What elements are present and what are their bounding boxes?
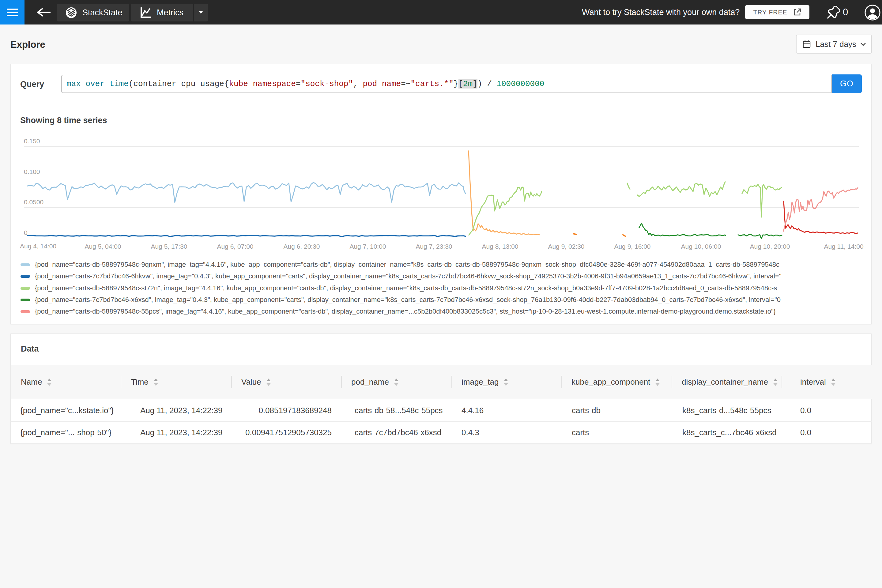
svg-text:0.0500: 0.0500 <box>24 198 44 206</box>
svg-text:0.150: 0.150 <box>24 138 40 144</box>
svg-text:Aug 4, 14:00: Aug 4, 14:00 <box>20 243 56 250</box>
svg-text:Aug 10, 20:00: Aug 10, 20:00 <box>750 243 790 250</box>
svg-text:Aug 7, 23:30: Aug 7, 23:30 <box>416 243 452 250</box>
svg-text:Aug 5, 04:00: Aug 5, 04:00 <box>84 243 121 250</box>
svg-text:Aug 11, 14:00: Aug 11, 14:00 <box>824 243 863 250</box>
svg-text:Aug 5, 17:30: Aug 5, 17:30 <box>151 243 187 250</box>
svg-text:Aug 9, 02:30: Aug 9, 02:30 <box>548 243 584 250</box>
svg-text:Aug 7, 10:00: Aug 7, 10:00 <box>350 243 386 250</box>
svg-text:0.100: 0.100 <box>24 168 40 175</box>
svg-text:Aug 6, 07:00: Aug 6, 07:00 <box>217 243 253 250</box>
svg-text:Aug 8, 13:00: Aug 8, 13:00 <box>482 243 518 250</box>
svg-text:Aug 10, 06:00: Aug 10, 06:00 <box>681 243 721 250</box>
svg-text:Aug 6, 20:30: Aug 6, 20:30 <box>283 243 320 250</box>
svg-text:Aug 9, 16:00: Aug 9, 16:00 <box>614 243 651 250</box>
svg-text:0: 0 <box>24 229 28 236</box>
